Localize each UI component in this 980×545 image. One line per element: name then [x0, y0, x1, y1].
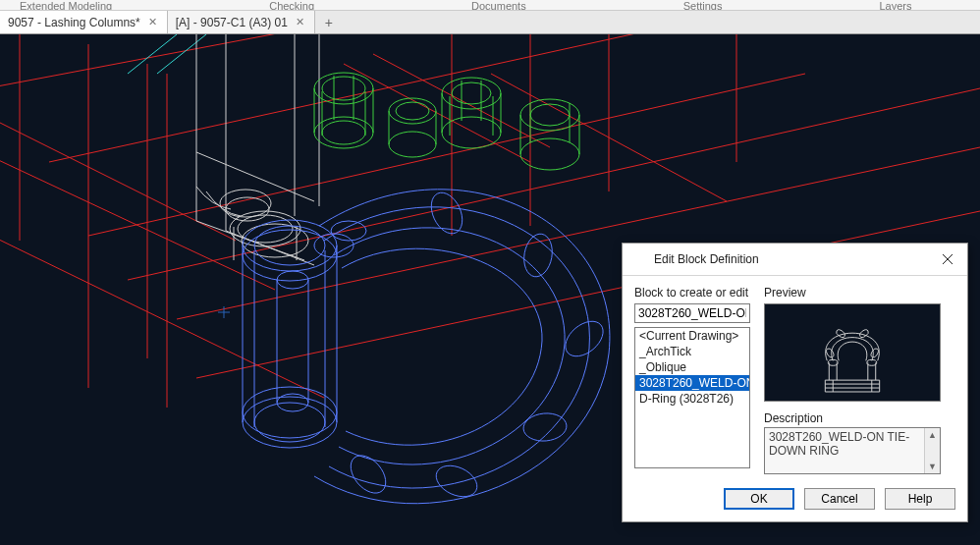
plus-icon: + — [325, 15, 333, 30]
svg-point-65 — [243, 220, 337, 271]
tab-label: 9057 - Lashing Columns* — [8, 16, 140, 29]
list-item[interactable]: <Current Drawing> — [635, 328, 749, 344]
description-label: Description — [764, 411, 955, 425]
svg-point-84 — [344, 449, 393, 500]
list-item[interactable]: _Oblique — [635, 359, 749, 375]
close-icon[interactable]: ✕ — [146, 16, 159, 28]
svg-point-102 — [825, 347, 835, 358]
svg-point-32 — [220, 190, 271, 217]
svg-point-68 — [243, 397, 337, 448]
svg-point-81 — [559, 314, 610, 363]
dialog-titlebar[interactable]: Edit Block Definition — [623, 244, 967, 276]
svg-point-34 — [314, 73, 373, 104]
svg-point-51 — [442, 117, 501, 148]
svg-line-17 — [344, 64, 530, 162]
svg-point-37 — [322, 121, 365, 144]
svg-point-69 — [254, 403, 325, 442]
svg-point-104 — [858, 328, 870, 339]
list-item[interactable]: D-Ring (3028T26) — [635, 391, 749, 407]
ribbon-label: Layers — [879, 0, 911, 10]
close-button[interactable] — [936, 249, 959, 269]
ribbon-label: Extended Modeling — [20, 0, 112, 10]
help-button[interactable]: Help — [885, 488, 955, 510]
svg-point-105 — [870, 347, 880, 358]
scroll-down-icon[interactable]: ▼ — [925, 460, 940, 473]
svg-line-27 — [226, 231, 314, 265]
svg-line-28 — [196, 152, 314, 201]
cancel-button[interactable]: Cancel — [804, 488, 875, 510]
dialog-button-row: OK Cancel Help — [623, 478, 967, 521]
svg-line-0 — [0, 103, 236, 241]
svg-point-45 — [396, 102, 429, 120]
block-name-input[interactable] — [634, 303, 750, 323]
scroll-up-icon[interactable]: ▲ — [925, 428, 940, 442]
svg-point-70 — [243, 387, 337, 438]
dialog-title: Edit Block Definition — [654, 252, 928, 266]
block-preview — [764, 303, 941, 402]
tab-label: [A] - 9057-C1 (A3) 01 — [176, 16, 288, 29]
svg-line-21 — [157, 34, 206, 74]
close-icon[interactable]: ✕ — [294, 16, 306, 28]
ribbon-label: Checking — [269, 0, 314, 10]
svg-point-83 — [431, 460, 482, 503]
svg-point-36 — [314, 117, 373, 148]
svg-point-50 — [452, 82, 491, 104]
svg-point-82 — [522, 411, 568, 443]
svg-point-59 — [530, 104, 570, 126]
document-tab-bar: 9057 - Lashing Columns* ✕ [A] - 9057-C1 … — [0, 10, 980, 34]
close-icon — [942, 253, 953, 265]
scrollbar[interactable]: ▲ ▼ — [924, 428, 940, 473]
add-tab-button[interactable]: + — [315, 11, 343, 33]
description-text: 3028T260_WELD-ON TIE-DOWN RING — [769, 430, 909, 458]
svg-point-30 — [238, 215, 293, 243]
list-item[interactable]: _ArchTick — [635, 344, 749, 359]
block-to-edit-label: Block to create or edit — [634, 286, 752, 300]
list-item[interactable]: 3028T260_WELD-ON T — [635, 375, 749, 391]
edit-block-definition-dialog: Edit Block Definition Block to create or… — [622, 243, 968, 522]
svg-line-2 — [0, 221, 324, 398]
description-field[interactable]: 3028T260_WELD-ON TIE-DOWN RING ▲ ▼ — [764, 427, 941, 474]
document-tab[interactable]: [A] - 9057-C1 (A3) 01 ✕ — [168, 11, 315, 33]
ok-button[interactable]: OK — [724, 488, 794, 510]
ribbon-section-labels: Extended Modeling Checking Documents Set… — [0, 0, 980, 10]
svg-point-60 — [520, 138, 579, 170]
svg-line-1 — [0, 142, 275, 290]
document-tab[interactable]: 9057 - Lashing Columns* ✕ — [0, 11, 168, 33]
svg-point-35 — [322, 77, 365, 100]
ribbon-label: Documents — [471, 0, 526, 10]
preview-label: Preview — [764, 286, 955, 300]
block-list[interactable]: <Current Drawing> _ArchTick _Oblique 302… — [634, 327, 750, 468]
svg-point-103 — [835, 328, 846, 339]
svg-point-46 — [389, 132, 436, 157]
autocad-icon — [630, 251, 646, 267]
ribbon-label: Settings — [683, 0, 723, 10]
